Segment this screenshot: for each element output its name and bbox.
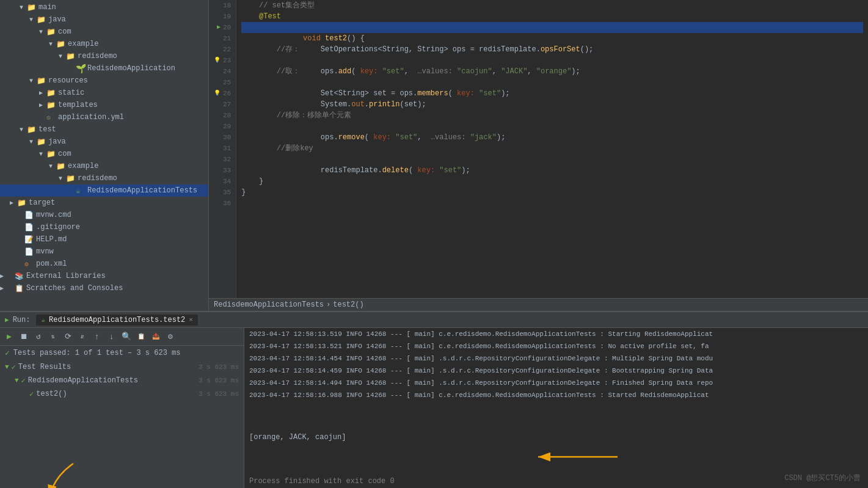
bookmark-icon: 💡 <box>214 88 221 99</box>
tree-label: com <box>58 150 71 158</box>
run-button[interactable]: ▶ <box>217 22 221 33</box>
copy-button[interactable]: 📋 <box>134 330 148 343</box>
code-line-28: //移除：移除单个元素 <box>241 110 863 121</box>
close-tab-button[interactable]: × <box>189 316 193 324</box>
tree-label: application.yml <box>58 113 124 122</box>
line-num-18: 18 <box>214 0 231 11</box>
expand-arrow: ▶ <box>39 101 46 109</box>
breadcrumb-class[interactable]: RedisdemoApplicationTests <box>214 300 324 309</box>
expand-arrow: ▼ <box>20 126 27 133</box>
sort-button[interactable]: ⇅ <box>46 330 60 343</box>
tree-item-main[interactable]: ▼ 📁 main <box>0 1 208 13</box>
line-numbers: 18 19 ▶ 20 21 22 💡 23 24 25 💡 26 27 <box>209 0 236 298</box>
tree-item-test-java[interactable]: ▼ 📁 java <box>0 136 208 148</box>
test-results-root[interactable]: ▼ ✓ Test Results 3 s 623 ms <box>0 360 244 374</box>
results-toolbar: ▶ ⏹ ↺ ⇅ ⟳ ⇵ ↑ ↓ 🔍 📋 📤 ⚙ <box>0 328 244 346</box>
file-icon: 📄 <box>24 247 34 257</box>
code-line-31: //删除key <box>241 143 863 154</box>
folder-icon: 📁 <box>66 52 76 61</box>
tree-item-com[interactable]: ▼ 📁 com <box>0 26 208 38</box>
test-results-panel: ▶ ⏹ ↺ ⇅ ⟳ ⇵ ↑ ↓ 🔍 📋 📤 ⚙ ✓ Tests passed: … <box>0 328 244 488</box>
tree-item-templates[interactable]: ▶ 📁 templates <box>0 99 208 111</box>
line-num-24: 24 <box>214 66 231 77</box>
tree-item-RedisdemoApplication[interactable]: 🌱 RedisdemoApplication <box>0 62 208 75</box>
folder-icon: 📁 <box>27 125 37 134</box>
tree-item-target[interactable]: ▶ 📁 target <box>0 197 208 209</box>
tree-item-external-libraries[interactable]: ▶ 📚 External Libraries <box>0 270 208 282</box>
log-line: 2023-04-17 12:58:16.988 INFO 14268 --- [… <box>244 389 868 401</box>
tree-item-mvnw-cmd[interactable]: 📄 mvnw.cmd <box>0 209 208 221</box>
tree-label: resources <box>48 76 88 85</box>
line-num-22: 22 <box>214 44 231 55</box>
tree-item-example[interactable]: ▼ 📁 example <box>0 38 208 50</box>
line-num-23: 💡 23 <box>214 55 231 66</box>
code-line-34: } <box>241 176 863 187</box>
tree-item-test-example[interactable]: ▼ 📁 example <box>0 160 208 172</box>
test-class-time: 3 s 623 ms <box>199 377 239 384</box>
orange-arrow-svg-2 <box>520 448 642 472</box>
folder-icon: 📁 <box>56 40 66 49</box>
line-num-27: 27 <box>214 99 231 110</box>
output-line: [orange, JACK, caojun] <box>244 429 868 445</box>
tree-label: example <box>68 162 98 170</box>
rerun-button[interactable]: ↺ <box>32 330 45 343</box>
expand-arrow: ▶ <box>39 89 46 97</box>
breadcrumb-separator: › <box>326 300 330 309</box>
tree-item-test-redisdemo[interactable]: ▼ 📁 redisdemo <box>0 172 208 184</box>
tree-item-test[interactable]: ▼ 📁 test <box>0 123 208 136</box>
run-icon: ▶ <box>5 316 9 324</box>
stop-button[interactable]: ⏹ <box>17 330 31 343</box>
test-method-row[interactable]: ✓ test2() 3 s 623 ms <box>0 387 244 401</box>
export-button[interactable]: 📤 <box>149 330 162 343</box>
tree-item-static[interactable]: ▶ 📁 static <box>0 87 208 99</box>
tree-item-resources[interactable]: ▼ 📁 resources <box>0 75 208 87</box>
tree-label: External Libraries <box>26 272 106 280</box>
folder-icon: 📁 <box>46 150 56 159</box>
tree-item-HELP-md[interactable]: 📝 HELP.md <box>0 233 208 246</box>
up-button[interactable]: ↑ <box>90 330 104 343</box>
code-content: 18 19 ▶ 20 21 22 💡 23 24 25 💡 26 27 <box>209 0 868 298</box>
refresh-button[interactable]: ⟳ <box>61 330 75 343</box>
expand-arrow: ▶ <box>0 272 7 280</box>
test-status-message: Tests passed: 1 of 1 test – 3 s 623 ms <box>13 349 181 357</box>
tree-label: pom.xml <box>36 260 67 268</box>
search-button[interactable]: 🔍 <box>120 330 133 343</box>
tree-label: redisdemo <box>78 52 117 60</box>
bottom-run-panel: ▶ Run: ☕ RedisdemoApplicationTests.test2… <box>0 311 868 488</box>
test-method-label: test2() <box>36 390 67 398</box>
log-output-panel: 2023-04-17 12:58:13.519 INFO 14268 --- [… <box>244 328 868 488</box>
tree-item-scratches[interactable]: ▶ 📋 Scratches and Consoles <box>0 282 208 294</box>
settings-button[interactable]: ⚙ <box>164 330 177 343</box>
code-line-32: redisTemplate.delete( key: "set"); <box>241 154 863 165</box>
expand-arrow: ▶ <box>0 285 7 292</box>
run-tests-button[interactable]: ▶ <box>2 330 16 343</box>
down-button[interactable]: ↓ <box>105 330 119 343</box>
collapse-button[interactable]: ⇵ <box>76 330 89 343</box>
line-num-36: 36 <box>214 198 231 209</box>
tree-item-pom-xml[interactable]: ⚙ pom.xml <box>0 258 208 270</box>
expand-arrow: ▼ <box>49 163 56 170</box>
tree-item-mvnw[interactable]: 📄 mvnw <box>0 246 208 258</box>
tree-label: templates <box>58 101 98 109</box>
code-lines: // set集合类型 @Test void test2() { SetOpera… <box>236 0 868 298</box>
tree-item-java[interactable]: ▼ 📁 java <box>0 13 208 26</box>
tree-label: .gitignore <box>36 223 80 231</box>
tree-item-RedisdemoApplicationTests[interactable]: ☕ RedisdemoApplicationTests <box>0 184 208 197</box>
breadcrumb-method[interactable]: test2() <box>333 300 363 309</box>
libs-icon: 📚 <box>15 272 24 281</box>
tree-item-redisdemo[interactable]: ▼ 📁 redisdemo <box>0 50 208 62</box>
folder-icon: 📁 <box>37 15 46 24</box>
watermark: CSDN @想买CT5的小曹 <box>784 473 861 483</box>
tree-item-test-com[interactable]: ▼ 📁 com <box>0 148 208 160</box>
run-tab[interactable]: ☕ RedisdemoApplicationTests.test2 × <box>36 315 197 326</box>
line-num-26: 💡 26 <box>214 88 231 99</box>
code-line-20: void test2() { <box>241 22 863 33</box>
folder-icon: 📁 <box>46 89 56 98</box>
run-tab-label: RedisdemoApplicationTests.test2 <box>49 316 185 324</box>
yml-icon: ⚙ <box>46 114 56 122</box>
test-class-row[interactable]: ▼ ✓ RedisdemoApplicationTests 3 s 623 ms <box>0 374 244 387</box>
log-lines: 2023-04-17 12:58:13.519 INFO 14268 --- [… <box>244 328 868 429</box>
tree-item-application-yml[interactable]: ⚙ application.yml <box>0 111 208 123</box>
tree-item-gitignore[interactable]: 📄 .gitignore <box>0 221 208 233</box>
expand-arrow: ▼ <box>29 78 37 84</box>
